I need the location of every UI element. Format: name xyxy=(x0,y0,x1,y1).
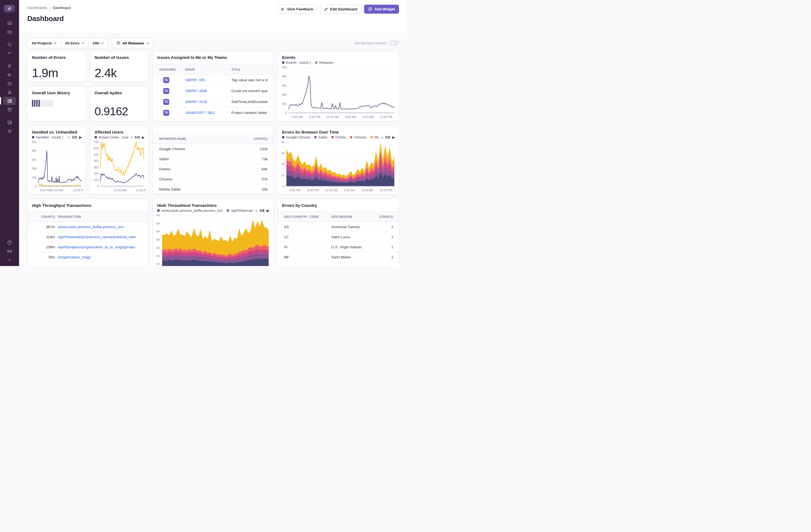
handled-chart[interactable]: 010k20k30k40k50k4:00 PM12:00 AM12:00 P xyxy=(28,140,85,194)
column-header[interactable]: BROWSER.NAME xyxy=(159,137,235,140)
cell-link[interactable]: /api/0/internal/rpc/{service_name}/{meth… xyxy=(58,235,143,239)
assignee-avatar[interactable]: TE xyxy=(163,88,169,94)
table-row[interactable]: 114m/api/0/internal/rpc/{service_name}/{… xyxy=(28,232,148,242)
sidebar-item-search[interactable] xyxy=(3,40,16,48)
table-row[interactable]: Safari73k xyxy=(153,154,273,164)
legend-item[interactable]: Firefox xyxy=(331,135,346,139)
column-header[interactable]: ISSUE xyxy=(185,68,231,71)
table-header-row: GEO.COUNTRY_CODEGEO.REGIONCOUNT() xyxy=(278,212,399,222)
sidebar-item-explore[interactable] xyxy=(3,28,16,36)
column-header[interactable]: COUNT() xyxy=(371,215,393,218)
table-row[interactable]: 109m/api/0/projects/{organization_id_or_… xyxy=(28,242,148,252)
pager-prev-icon[interactable]: ◀ xyxy=(130,135,133,139)
pager-prev-icon[interactable]: ◀ xyxy=(255,209,257,213)
table-row[interactable]: ASAmerican Samoa1 xyxy=(278,222,399,232)
cell-link[interactable]: JAVASCRIPT-1BG2 xyxy=(185,111,231,115)
sidebar-item-performance[interactable] xyxy=(3,49,16,57)
legend-item[interactable]: Handled : count( ) xyxy=(32,135,63,139)
cell-link[interactable]: SENTRY-32ZQ xyxy=(185,100,231,104)
legend-item[interactable]: /api/0/internal/r xyxy=(227,209,253,213)
widget-affected-users: Affected Users Known Users : cour ◀1/3▶ … xyxy=(90,125,149,195)
sidebar-collapse[interactable] xyxy=(3,256,16,264)
legend-item[interactable]: Known Users : cour xyxy=(95,135,128,139)
table-row[interactable]: TESENTRY-16H8Could not convert query xyxy=(153,86,273,96)
widget-handled-vs-unhandled: Handled vs. Unhandled Handled : count( )… xyxy=(27,125,86,195)
sentry-logo[interactable] xyxy=(4,5,15,13)
legend-item[interactable]: Safari xyxy=(314,135,327,139)
assignee-avatar[interactable]: TE xyxy=(163,77,169,83)
pager-next-icon[interactable]: ▶ xyxy=(79,135,82,139)
legend-label: Known Users : cour xyxy=(99,135,128,139)
legend-item[interactable]: Chrome xyxy=(350,135,366,139)
table-row[interactable]: MFSaint Martin1 xyxy=(278,252,399,262)
legend-label: Chrome xyxy=(354,135,366,139)
column-header[interactable]: COUNT() xyxy=(34,215,55,218)
pager-prev-icon[interactable]: ◀ xyxy=(380,135,383,139)
widget-title: Issues Assigned to Me or My Teams xyxy=(153,51,273,60)
edit-dashboard-button[interactable]: Edit Dashboard xyxy=(320,5,361,14)
pager-next-icon[interactable]: ▶ xyxy=(142,135,144,139)
column-header[interactable]: GEO.REGION xyxy=(331,215,371,218)
sidebar-item-settings[interactable] xyxy=(3,127,16,135)
table-row[interactable]: Firefox64k xyxy=(153,164,273,174)
browser-over-time-chart[interactable]: 01k2k3k4k4:00 PM8:00 PM12:00 AM4:00 AM8:… xyxy=(278,140,398,194)
affected-users-chart[interactable]: 010020030040050060070012:00 AM12:00 P xyxy=(91,140,147,194)
pager-next-icon[interactable]: ▶ xyxy=(267,209,269,213)
sidebar-item-alerts[interactable] xyxy=(3,88,16,96)
cell-link[interactable]: /{organization_slug}/ xyxy=(58,255,143,259)
column-header[interactable]: TRANSACTION xyxy=(58,215,143,218)
table-row[interactable]: VIU.S. Virgin Islands1 xyxy=(278,242,399,252)
table-row[interactable]: TEJAVASCRIPT-1BG2Project creation failed xyxy=(153,107,273,118)
table-row[interactable]: Chrome57k xyxy=(153,174,273,184)
project-filter[interactable]: All Projects xyxy=(28,38,61,48)
assignee-avatar[interactable]: TE xyxy=(163,99,169,105)
table-cell: 1 xyxy=(371,245,393,249)
sidebar-item-replays[interactable] xyxy=(3,79,16,88)
issues-table: ASSIGNEEISSUETITLETESENTRY-VD5Tag value … xyxy=(153,60,273,118)
releases-filter[interactable]: All Releases xyxy=(112,38,153,48)
add-widget-button[interactable]: Add Widget xyxy=(364,5,399,14)
sidebar-item-lightning[interactable] xyxy=(3,62,16,70)
sidebar-item-issues[interactable] xyxy=(3,19,16,27)
sidebar-item-dashboards[interactable] xyxy=(3,97,16,105)
on-demand-metrics-toggle[interactable] xyxy=(390,41,399,46)
cell-link[interactable]: SENTRY-VD5 xyxy=(185,78,231,82)
legend-item[interactable]: sentry.tasks.process_buffer.process_incr xyxy=(157,209,223,213)
cell-link[interactable]: /api/0/projects/{organization_id_or_slug… xyxy=(58,245,143,249)
sidebar-item-feedback[interactable] xyxy=(3,71,16,79)
legend-item[interactable]: Mobile S xyxy=(370,135,379,139)
assignee-avatar[interactable]: TE xyxy=(163,110,169,116)
sidebar-item-help[interactable] xyxy=(3,239,16,247)
column-header[interactable]: TITLE xyxy=(231,68,267,71)
table-row[interactable]: LCSaint Lucia1 xyxy=(278,232,399,242)
legend-item[interactable]: Events : count( ) xyxy=(282,61,311,65)
table-row[interactable]: TESENTRY-VD5Tag value was not a strin xyxy=(153,75,273,86)
pager-next-icon[interactable]: ▶ xyxy=(393,135,395,139)
gauge-segment-filled xyxy=(34,100,35,107)
legend-item[interactable]: Releases xyxy=(315,61,333,65)
time-range-filter[interactable]: 24H xyxy=(88,38,108,48)
column-header[interactable]: GEO.COUNTRY_CODE xyxy=(284,215,331,218)
table-row[interactable]: Google Chrome132k xyxy=(153,144,273,154)
sidebar-item-whats-new[interactable] xyxy=(3,247,16,255)
table-row[interactable]: 76m/{organization_slug}/ xyxy=(28,252,148,262)
cell-link[interactable]: sentry.tasks.process_buffer.process_incr xyxy=(58,225,143,229)
sidebar-item-stats[interactable] xyxy=(3,118,16,126)
pager-prev-icon[interactable]: ◀ xyxy=(67,135,70,139)
breadcrumb-dashboards[interactable]: Dashboards xyxy=(27,6,47,10)
environment-filter[interactable]: All Envs xyxy=(61,38,88,48)
column-header[interactable]: COUNT() xyxy=(235,137,267,140)
table-row[interactable]: TESENTRY-32ZQSoftTimeLimitExceeded xyxy=(153,96,273,107)
table-cell: LC xyxy=(284,235,331,239)
give-feedback-button[interactable]: Give Feedback xyxy=(277,5,317,14)
column-header[interactable]: ASSIGNEE xyxy=(159,68,185,71)
legend-item[interactable]: Google Chrome xyxy=(282,135,310,139)
sidebar-item-releases[interactable] xyxy=(3,105,16,113)
svg-text:5m: 5m xyxy=(156,230,160,233)
events-chart[interactable]: 010k20k30k40k50k4:00 PM8:00 PM12:00 AM4:… xyxy=(278,65,398,120)
svg-text:50k: 50k xyxy=(282,66,287,69)
cell-link[interactable]: SENTRY-16H8 xyxy=(185,89,231,93)
high-throughput-chart[interactable]: 01m2m3m4m5m6m7m4:00 PM8:00 PM12:00 AM4:0… xyxy=(153,213,272,266)
table-row[interactable]: 367msentry.tasks.process_buffer.process_… xyxy=(28,222,148,232)
table-row[interactable]: Mobile Safari33k xyxy=(153,184,273,194)
